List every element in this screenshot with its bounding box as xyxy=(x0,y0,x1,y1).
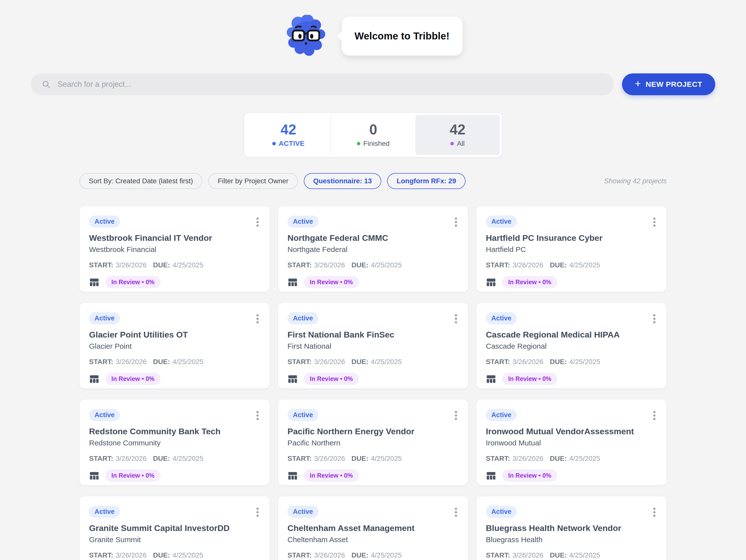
project-card-footer: In Review • 0% xyxy=(287,373,459,385)
project-card[interactable]: Active Glacier Point Utilities OT Glacie… xyxy=(79,303,270,389)
project-card[interactable]: Active Hartfield PC Insurance Cyber Hart… xyxy=(476,206,667,292)
all-count: 42 xyxy=(450,122,465,137)
longform-rfx-filter-chip[interactable]: Longform RFx: 29 xyxy=(387,173,465,189)
filter-owner-chip[interactable]: Filter by Project Owner xyxy=(208,173,298,189)
project-card[interactable]: Active Pacific Northern Energy Vendor Pa… xyxy=(278,399,468,485)
new-project-button[interactable]: + NEW PROJECT xyxy=(622,74,715,95)
kebab-dot-icon xyxy=(256,514,259,517)
start-date: 3/26/2026 xyxy=(314,551,345,559)
review-status-badge: In Review • 0% xyxy=(502,470,557,482)
table-icon xyxy=(287,374,298,384)
welcome-text: Welcome to Tribble! xyxy=(354,30,449,42)
project-title: Bluegrass Health Network Vendor xyxy=(486,523,657,533)
due-date: 4/25/2025 xyxy=(569,261,600,269)
tab-finished-projects[interactable]: 0 Finished xyxy=(331,115,415,155)
due-date: 4/25/2025 xyxy=(569,551,600,559)
card-menu-button[interactable] xyxy=(452,506,460,518)
project-card[interactable]: Active Cascade Regional Medical HIPAA Ca… xyxy=(476,303,667,389)
table-icon xyxy=(287,277,298,287)
review-status-badge: In Review • 0% xyxy=(106,276,161,288)
filter-row: Sort By: Created Date (latest first) Fil… xyxy=(79,173,667,189)
project-company: Westbrook Financial xyxy=(89,245,260,254)
project-card[interactable]: Active Redstone Community Bank Tech Reds… xyxy=(79,399,270,485)
due-date: 4/25/2025 xyxy=(569,455,600,463)
sort-by-chip[interactable]: Sort By: Created Date (latest first) xyxy=(79,173,202,189)
project-company: First National xyxy=(287,342,459,351)
status-badge: Active xyxy=(89,506,120,518)
table-icon xyxy=(89,471,99,481)
plus-icon: + xyxy=(635,79,641,89)
questionnaire-filter-chip[interactable]: Questionnaire: 13 xyxy=(304,173,381,189)
kebab-dot-icon xyxy=(256,221,259,223)
kebab-dot-icon xyxy=(653,414,656,417)
due-label: DUE: xyxy=(550,455,567,463)
due-date: 4/25/2025 xyxy=(371,358,402,366)
project-card-grid: Active Westbrook Financial IT Vendor Wes… xyxy=(79,206,667,560)
kebab-dot-icon xyxy=(256,411,259,413)
start-date: 3/26/2026 xyxy=(314,455,345,463)
due-label: DUE: xyxy=(550,358,567,366)
card-menu-button[interactable] xyxy=(651,216,658,228)
card-menu-button[interactable] xyxy=(452,410,460,422)
due-label: DUE: xyxy=(351,455,368,463)
status-badge: Active xyxy=(486,312,517,325)
status-badge: Active xyxy=(486,506,517,518)
start-label: START: xyxy=(89,551,113,559)
card-menu-button[interactable] xyxy=(254,410,261,422)
project-card[interactable]: Active Granite Summit Capital InvestorDD… xyxy=(79,496,270,560)
project-card-footer: In Review • 0% xyxy=(287,276,459,288)
start-date: 3/26/2026 xyxy=(512,358,543,366)
tab-active-projects[interactable]: 42 ACTIVE xyxy=(246,115,331,155)
card-menu-button[interactable] xyxy=(651,410,658,422)
start-date: 3/26/2026 xyxy=(314,358,345,366)
project-card[interactable]: Active Bluegrass Health Network Vendor B… xyxy=(476,496,667,560)
project-company: Granite Summit xyxy=(89,535,260,544)
kebab-dot-icon xyxy=(455,508,457,510)
project-title: Cascade Regional Medical HIPAA xyxy=(486,330,657,339)
project-company: Redstone Community xyxy=(89,439,260,447)
project-company: Glacier Point xyxy=(89,342,260,351)
project-card-footer: In Review • 0% xyxy=(486,276,657,288)
new-project-label: NEW PROJECT xyxy=(645,80,702,88)
project-card[interactable]: Active First National Bank FinSec First … xyxy=(278,303,468,389)
card-menu-button[interactable] xyxy=(254,506,261,518)
project-card[interactable]: Active Cheltenham Asset Management Chelt… xyxy=(278,496,468,560)
project-card[interactable]: Active Ironwood Mutual VendorAssessment … xyxy=(476,399,667,485)
project-card-footer: In Review • 0% xyxy=(89,470,260,482)
project-card[interactable]: Active Northgate Federal CMMC Northgate … xyxy=(278,206,468,292)
all-label: All xyxy=(457,140,464,147)
start-label: START: xyxy=(287,551,312,559)
tab-all-projects[interactable]: 42 All xyxy=(415,115,500,155)
kebab-dot-icon xyxy=(256,418,259,420)
project-card[interactable]: Active Westbrook Financial IT Vendor Wes… xyxy=(79,206,270,292)
project-search-bar[interactable] xyxy=(31,74,614,95)
start-label: START: xyxy=(287,455,312,463)
project-dates: START: 3/26/2026 DUE: 4/25/2025 xyxy=(287,551,459,559)
kebab-dot-icon xyxy=(455,221,457,223)
review-status-badge: In Review • 0% xyxy=(304,470,359,482)
search-input[interactable] xyxy=(58,80,603,89)
start-date: 3/26/2026 xyxy=(116,455,147,463)
card-menu-button[interactable] xyxy=(452,216,460,228)
project-company: Bluegrass Health xyxy=(486,535,657,544)
card-menu-button[interactable] xyxy=(651,313,658,325)
project-company: Cascade Regional xyxy=(486,342,657,351)
table-icon xyxy=(486,277,496,287)
start-label: START: xyxy=(287,261,312,269)
project-dates: START: 3/26/2026 DUE: 4/25/2025 xyxy=(486,551,657,559)
kebab-dot-icon xyxy=(653,221,656,223)
project-card-footer: In Review • 0% xyxy=(486,373,657,385)
kebab-dot-icon xyxy=(455,414,457,417)
card-menu-button[interactable] xyxy=(254,313,261,325)
project-card-footer: In Review • 0% xyxy=(89,373,260,385)
project-company: Hartfield PC xyxy=(486,245,657,254)
kebab-dot-icon xyxy=(256,314,259,316)
card-menu-button[interactable] xyxy=(254,216,261,228)
kebab-dot-icon xyxy=(455,511,457,513)
search-icon xyxy=(42,80,51,89)
kebab-dot-icon xyxy=(256,508,259,510)
project-title: Northgate Federal CMMC xyxy=(287,233,459,243)
card-menu-button[interactable] xyxy=(651,506,658,518)
start-date: 3/26/2026 xyxy=(512,261,543,269)
card-menu-button[interactable] xyxy=(452,313,460,325)
